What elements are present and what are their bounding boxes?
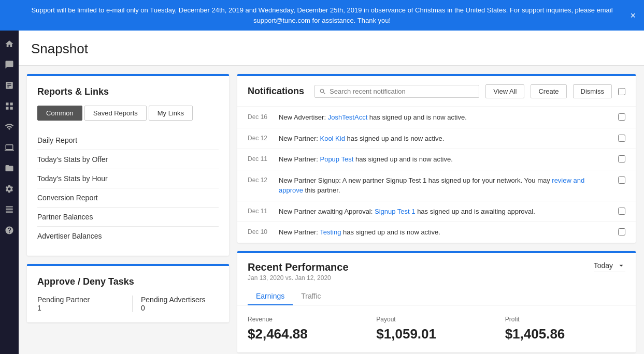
sidebar-item-home[interactable] (0, 35, 19, 53)
sidebar-item-table[interactable] (0, 200, 19, 219)
recent-performance-card: Recent Performance Jan 13, 2020 vs. Jan … (237, 251, 636, 352)
pending-partner-item: Pending Partner 1 (37, 296, 124, 312)
announcement-banner: Support will be limited to e-mail only o… (0, 0, 644, 31)
notifications-header: Notifications View All Create Dismiss (237, 76, 636, 107)
sidebar-item-grid[interactable] (0, 97, 19, 115)
notification-item: Dec 16 New Advertiser: JoshTestAcct has … (237, 107, 636, 128)
notif-date: Dec 12 (248, 134, 270, 142)
metric-profit-label: Profit (505, 316, 625, 323)
sidebar-item-signal[interactable] (0, 117, 19, 136)
metric-payout-value: $1,059.01 (376, 326, 496, 342)
tab-my-links[interactable]: My Links (149, 106, 193, 121)
notif-text: New Partner: Popup Test has signed up an… (279, 154, 610, 165)
pending-partner-value: 1 (37, 304, 124, 312)
pending-advertisers-value: 0 (141, 304, 219, 312)
notif-link[interactable]: Signup Test 1 (375, 208, 416, 215)
perf-date-label: Today (594, 261, 613, 270)
search-input[interactable] (330, 87, 475, 95)
perf-subtitle: Jan 13, 2020 vs. Jan 12, 2020 (248, 274, 349, 282)
sidebar (0, 31, 19, 354)
notification-checkbox[interactable] (618, 155, 625, 163)
notif-text: New Partner: Testing has signed up and i… (279, 227, 610, 238)
pending-partner-label: Pending Partner (37, 296, 90, 304)
link-todays-stats-offer[interactable]: Today's Stats by Offer (37, 150, 219, 169)
notif-text: New Partner: Kool Kid has signed up and … (279, 134, 610, 144)
notif-text: New Partner awaiting Approval: Signup Te… (279, 207, 610, 217)
page-title-bar: Snapshot (19, 31, 644, 66)
tab-earnings[interactable]: Earnings (248, 288, 293, 305)
perf-metrics: Revenue $2,464.88 Payout $1,059.01 Profi… (237, 305, 636, 352)
notification-item: Dec 11 New Partner: Popup Test has signe… (237, 149, 636, 170)
select-all-checkbox[interactable] (618, 88, 625, 95)
page-title: Snapshot (31, 41, 632, 57)
sidebar-item-help[interactable] (0, 221, 19, 240)
perf-date-dropdown[interactable]: Today (594, 261, 625, 272)
notif-text: New Advertiser: JoshTestAcct has signed … (279, 112, 610, 123)
metric-revenue-value: $2,464.88 (248, 326, 368, 342)
dismiss-button[interactable]: Dismiss (573, 84, 612, 98)
metric-profit: Profit $1,405.86 (505, 316, 625, 342)
sidebar-item-chat[interactable] (0, 55, 19, 74)
metric-payout: Payout $1,059.01 (376, 316, 496, 342)
content-grid: Reports & Links Common Saved Reports My … (19, 66, 644, 354)
sidebar-item-folder[interactable] (0, 159, 19, 178)
reports-links-inner: Reports & Links Common Saved Reports My … (27, 76, 229, 256)
tab-saved-reports[interactable]: Saved Reports (84, 106, 147, 121)
notif-link[interactable]: JoshTestAcct (328, 113, 368, 121)
metric-payout-label: Payout (376, 316, 496, 323)
view-all-button[interactable]: View All (485, 84, 524, 98)
notif-link[interactable]: Popup Test (320, 155, 353, 163)
sidebar-item-monitor[interactable] (0, 138, 19, 157)
tab-traffic[interactable]: Traffic (293, 288, 329, 305)
notif-link[interactable]: Kool Kid (320, 135, 345, 142)
notification-item: Dec 12 New Partner: Kool Kid has signed … (237, 128, 636, 150)
notif-text: New Partner Signup: A new partner Signup… (279, 175, 610, 196)
notification-item: Dec 12 New Partner Signup: A new partner… (237, 170, 636, 201)
notification-item: Dec 10 New Partner: Testing has signed u… (237, 222, 636, 243)
approve-deny-grid: Pending Partner 1 Pending Advertisers 0 (37, 296, 219, 312)
reports-links-card: Reports & Links Common Saved Reports My … (27, 74, 229, 256)
notif-link[interactable]: review and approve (279, 176, 584, 195)
notif-date: Dec 16 (248, 112, 270, 121)
notifications-search-box (314, 85, 479, 98)
notifications-title: Notifications (248, 86, 304, 97)
create-button[interactable]: Create (531, 84, 566, 98)
pending-advertisers-label: Pending Advertisers (141, 296, 206, 304)
chevron-down-icon (617, 261, 625, 270)
tab-common[interactable]: Common (37, 106, 82, 121)
link-partner-balances[interactable]: Partner Balances (37, 208, 219, 227)
metric-revenue: Revenue $2,464.88 (248, 316, 368, 342)
perf-title-group: Recent Performance Jan 13, 2020 vs. Jan … (248, 261, 349, 282)
link-todays-stats-hour[interactable]: Today's Stats by Hour (37, 169, 219, 188)
reports-links-title: Reports & Links (37, 86, 219, 97)
notification-item: Dec 11 New Partner awaiting Approval: Si… (237, 201, 636, 223)
banner-close-button[interactable]: × (630, 10, 636, 21)
perf-header: Recent Performance Jan 13, 2020 vs. Jan … (237, 253, 636, 282)
sidebar-item-chart[interactable] (0, 76, 19, 95)
notif-date: Dec 12 (248, 175, 270, 184)
metric-profit-value: $1,405.86 (505, 326, 625, 342)
perf-tabs: Earnings Traffic (237, 282, 636, 305)
notifications-card: Notifications View All Create Dismiss (237, 74, 636, 243)
notification-checkbox[interactable] (618, 176, 625, 184)
notification-checkbox[interactable] (618, 135, 625, 142)
approve-deny-card: Approve / Deny Tasks Pending Partner 1 P… (27, 264, 229, 322)
left-column: Reports & Links Common Saved Reports My … (27, 74, 229, 352)
banner-text: Support will be limited to e-mail only o… (31, 6, 612, 24)
notif-date: Dec 11 (248, 154, 270, 163)
perf-title: Recent Performance (248, 261, 349, 273)
link-advertiser-balances[interactable]: Advertiser Balances (37, 227, 219, 245)
notification-checkbox[interactable] (618, 113, 625, 121)
metric-revenue-label: Revenue (248, 316, 368, 323)
right-column: Notifications View All Create Dismiss (237, 74, 636, 352)
notifications-list: Dec 16 New Advertiser: JoshTestAcct has … (237, 107, 636, 243)
notification-checkbox[interactable] (618, 208, 625, 215)
pending-advertisers-item: Pending Advertisers 0 (132, 296, 219, 312)
notif-link[interactable]: Testing (320, 228, 341, 236)
notification-checkbox[interactable] (618, 228, 625, 235)
report-links-list: Daily Report Today's Stats by Offer Toda… (37, 131, 219, 245)
notif-date: Dec 10 (248, 227, 270, 235)
link-conversion-report[interactable]: Conversion Report (37, 188, 219, 208)
link-daily-report[interactable]: Daily Report (37, 131, 219, 150)
sidebar-item-settings[interactable] (0, 180, 19, 198)
